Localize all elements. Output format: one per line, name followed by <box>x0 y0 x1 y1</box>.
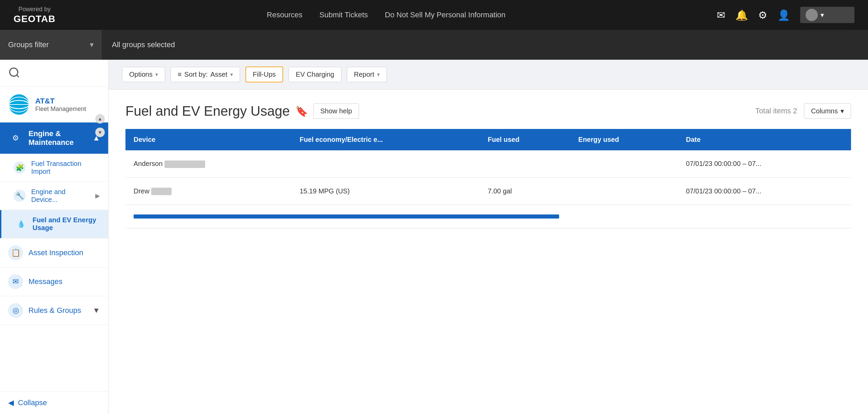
toolbar: Options ▾ ≡ Sort by: Asset ▾ Fill-Ups EV… <box>108 60 868 90</box>
sidebar-item-fuel-ev[interactable]: 💧 Fuel and EV Energy Usage <box>0 210 108 238</box>
rules-groups-chevron-icon: ▼ <box>93 306 100 315</box>
messages-label: Messages <box>28 277 62 286</box>
sort-icon: ≡ <box>178 71 182 78</box>
do-not-sell-link[interactable]: Do Not Sell My Personal Information <box>385 11 506 19</box>
bell-icon[interactable]: 🔔 <box>735 9 748 21</box>
engine-device-arrow-icon: ▶ <box>95 192 100 200</box>
data-table: Device Fuel economy/Electric e... Fuel u… <box>125 129 851 228</box>
col-fuel-economy: Fuel economy/Electric e... <box>292 129 480 150</box>
groups-bar: Groups filter ▾ All groups selected <box>0 30 868 60</box>
columns-label: Columns <box>811 107 838 115</box>
submit-tickets-link[interactable]: Submit Tickets <box>319 11 368 19</box>
all-groups-text: All groups selected <box>102 40 175 49</box>
sort-button[interactable]: ≡ Sort by: Asset ▾ <box>171 67 240 82</box>
device-name: Anderson <box>134 160 163 167</box>
device-tag <box>151 188 172 195</box>
rules-groups-icon: ◎ <box>8 303 23 318</box>
sort-chevron-icon: ▾ <box>230 71 233 78</box>
geotab-brand: GEOTAB <box>14 14 56 24</box>
fuel-ev-icon: 💧 <box>15 218 27 230</box>
energy-used-cell <box>570 177 678 205</box>
brand-area: AT&T Fleet Management <box>0 87 108 123</box>
fuel-economy-cell: 15.19 MPG (US) <box>292 177 480 205</box>
user-dropdown[interactable]: ▾ <box>800 7 854 23</box>
search-area[interactable] <box>0 60 108 87</box>
date-cell: 07/01/23 00:00:00 – 07... <box>678 150 851 177</box>
asset-inspection-header[interactable]: 📋 Asset Inspection <box>0 239 108 267</box>
engine-maintenance-label: Engine & Maintenance <box>28 129 87 147</box>
sort-value: Asset <box>211 71 228 78</box>
sidebar-item-fuel-import[interactable]: 🧩 Fuel Transaction Import <box>0 154 108 182</box>
columns-button[interactable]: Columns ▾ <box>804 103 851 119</box>
col-energy-used: Energy used <box>570 129 678 150</box>
messages-icon: ✉ <box>8 274 23 289</box>
logo-area: Powered by GEOTAB <box>14 6 56 24</box>
table-scrollbar-row <box>125 205 851 228</box>
user-avatar <box>806 9 818 21</box>
options-button[interactable]: Options ▾ <box>122 67 165 82</box>
asset-inspection-section: 📋 Asset Inspection <box>0 239 108 267</box>
svg-point-0 <box>10 68 18 76</box>
options-chevron-icon: ▾ <box>155 71 158 78</box>
sidebar: AT&T Fleet Management ▲ ▼ ⚙ Engine & Mai… <box>0 60 108 414</box>
date-cell: 07/01/23 00:00:00 – 07... <box>678 177 851 205</box>
device-cell: Drew <box>125 177 292 205</box>
user-chevron-icon: ▾ <box>821 11 824 19</box>
engine-device-icon: 🔧 <box>14 190 26 202</box>
fillups-tab[interactable]: Fill-Ups <box>245 67 283 82</box>
bookmark-icon[interactable]: 🔖 <box>295 105 308 117</box>
total-items-text: Total items 2 <box>755 107 797 115</box>
col-device: Device <box>125 129 292 150</box>
engine-maintenance-header[interactable]: ⚙ Engine & Maintenance ▲ <box>0 123 108 154</box>
svg-line-1 <box>17 75 19 77</box>
geotab-logo: Powered by GEOTAB <box>14 6 56 24</box>
brand-sub: Fleet Management <box>35 106 86 113</box>
table-header-row: Device Fuel economy/Electric e... Fuel u… <box>125 129 851 150</box>
content-area: Options ▾ ≡ Sort by: Asset ▾ Fill-Ups EV… <box>108 60 868 414</box>
report-button[interactable]: Report ▾ <box>347 67 387 82</box>
brand-text: AT&T Fleet Management <box>35 97 86 113</box>
scroll-up-button[interactable]: ▲ <box>95 114 105 124</box>
ev-charging-tab[interactable]: EV Charging <box>289 67 341 82</box>
device-tag <box>164 161 205 168</box>
sidebar-item-engine-device[interactable]: 🔧 Engine and Device... ▶ <box>0 182 108 210</box>
mail-icon[interactable]: ✉ <box>717 9 725 21</box>
gear-icon[interactable]: ⚙ <box>758 9 767 21</box>
rules-groups-header[interactable]: ◎ Rules & Groups ▼ <box>0 296 108 325</box>
scrollbar-cell <box>125 205 851 228</box>
user-icon[interactable]: 👤 <box>777 9 790 21</box>
collapse-button[interactable]: ◀ Collapse <box>0 391 108 414</box>
options-label: Options <box>129 71 153 78</box>
table-row[interactable]: Drew 15.19 MPG (US) 7.00 gal 07/01/23 00… <box>125 177 851 205</box>
page-header-right: Total items 2 Columns ▾ <box>755 103 851 119</box>
rules-groups-label: Rules & Groups <box>28 306 81 315</box>
engine-device-label: Engine and Device... <box>31 188 90 204</box>
page-title-area: Fuel and EV Energy Usage 🔖 Show help <box>125 104 359 119</box>
page-content: Fuel and EV Energy Usage 🔖 Show help Tot… <box>108 90 868 414</box>
fuel-used-cell <box>480 150 570 177</box>
show-help-button[interactable]: Show help <box>313 104 359 119</box>
energy-used-cell <box>570 150 678 177</box>
collapse-label: Collapse <box>18 398 47 407</box>
groups-filter-button[interactable]: Groups filter ▾ <box>0 30 102 60</box>
col-fuel-used: Fuel used <box>480 129 570 150</box>
horizontal-scrollbar[interactable] <box>134 214 559 219</box>
messages-section: ✉ Messages <box>0 267 108 296</box>
fuel-ev-label: Fuel and EV Energy Usage <box>33 216 100 232</box>
messages-header[interactable]: ✉ Messages <box>0 267 108 296</box>
scroll-down-button[interactable]: ▼ <box>95 128 105 137</box>
search-icon <box>8 67 20 79</box>
brand-name: AT&T <box>35 97 86 106</box>
table-row[interactable]: Anderson 07/01/23 00:00:00 – 07... <box>125 150 851 177</box>
powered-by-text: Powered by <box>18 6 51 13</box>
resources-link[interactable]: Resources <box>267 11 302 19</box>
asset-inspection-icon: 📋 <box>8 245 23 260</box>
collapse-arrow-icon: ◀ <box>8 398 14 407</box>
fuel-import-icon: 🧩 <box>14 162 26 174</box>
groups-filter-label: Groups filter <box>8 40 49 49</box>
columns-chevron-icon: ▾ <box>841 107 844 115</box>
top-nav-links: Resources Submit Tickets Do Not Sell My … <box>267 11 506 19</box>
fuel-economy-cell <box>292 150 480 177</box>
top-nav-right: ✉ 🔔 ⚙ 👤 ▾ <box>717 7 854 23</box>
main-layout: AT&T Fleet Management ▲ ▼ ⚙ Engine & Mai… <box>0 60 868 414</box>
